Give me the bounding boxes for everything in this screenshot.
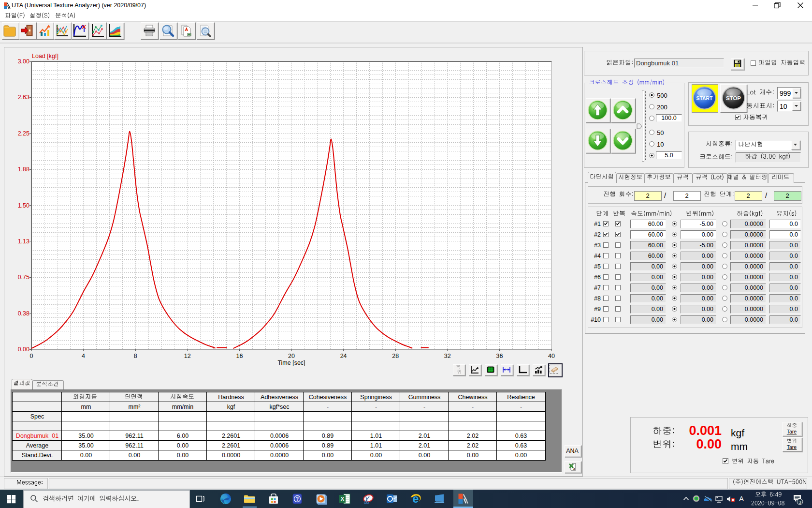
svg-text:0.00: 0.00: [80, 452, 92, 459]
svg-text:-: -: [327, 403, 329, 410]
svg-text:28: 28: [392, 353, 399, 359]
svg-text:mm/min: mm/min: [172, 403, 193, 410]
svg-text:0.63: 0.63: [515, 433, 527, 439]
svg-text:mm: mm: [81, 403, 91, 410]
svg-text:0.0000: 0.0000: [222, 452, 240, 459]
svg-text:0.00: 0.00: [467, 452, 478, 459]
svg-text:STOP: STOP: [726, 95, 741, 101]
svg-text:Springiness: Springiness: [360, 394, 392, 401]
svg-text:1.01: 1.01: [370, 442, 382, 449]
svg-text:1.88: 1.88: [18, 166, 29, 173]
svg-text:16: 16: [236, 353, 243, 359]
svg-text:3: 3: [798, 500, 801, 505]
svg-text:?: ?: [296, 496, 299, 502]
svg-text:0.00: 0.00: [322, 452, 334, 459]
svg-text:1.13: 1.13: [18, 238, 29, 245]
svg-text:-: -: [375, 403, 377, 410]
svg-text:1.01: 1.01: [370, 433, 382, 439]
svg-text:6.00: 6.00: [177, 433, 188, 439]
svg-text:32: 32: [444, 353, 451, 359]
svg-text:12: 12: [184, 353, 191, 359]
svg-text:35.00: 35.00: [78, 442, 93, 449]
svg-text:Hardness: Hardness: [218, 394, 244, 401]
svg-text:0.38: 0.38: [18, 310, 29, 317]
svg-text:0.00: 0.00: [370, 452, 382, 459]
svg-text:20: 20: [288, 353, 295, 359]
svg-text:-: -: [423, 403, 425, 410]
svg-text:2.63: 2.63: [18, 94, 29, 101]
svg-text:Load [kgf]: Load [kgf]: [32, 53, 58, 60]
svg-text:1.50: 1.50: [18, 202, 29, 209]
svg-text:0.0006: 0.0006: [270, 442, 289, 449]
svg-text:2.2601: 2.2601: [222, 433, 240, 439]
svg-text:36: 36: [496, 353, 503, 359]
svg-text:Average: Average: [26, 442, 48, 449]
svg-text:Time [sec]: Time [sec]: [277, 359, 305, 366]
svg-text:35.00: 35.00: [78, 433, 93, 439]
svg-text:X: X: [341, 496, 345, 502]
svg-text:0.89: 0.89: [322, 433, 334, 439]
svg-text:0.0006: 0.0006: [270, 433, 289, 439]
svg-text:0.00: 0.00: [177, 442, 188, 449]
svg-text:-: -: [520, 403, 522, 410]
svg-text:2.25: 2.25: [18, 130, 29, 137]
svg-text:2.2601: 2.2601: [222, 442, 240, 449]
svg-text:0.63: 0.63: [515, 442, 527, 449]
svg-text:40: 40: [548, 353, 555, 359]
svg-text:24: 24: [340, 353, 347, 359]
svg-text:3.00: 3.00: [18, 58, 29, 65]
svg-text:2.02: 2.02: [467, 442, 478, 449]
svg-text:kgf: kgf: [227, 403, 235, 410]
svg-text:4: 4: [82, 353, 85, 359]
svg-text:962.11: 962.11: [125, 442, 143, 449]
svg-text:962.11: 962.11: [125, 433, 143, 439]
svg-text:Dongbumuk_01: Dongbumuk_01: [16, 433, 58, 439]
svg-text:0: 0: [30, 353, 33, 359]
svg-text:0.89: 0.89: [322, 442, 334, 449]
svg-text:Stand.Devi.: Stand.Devi.: [22, 452, 53, 459]
svg-text:0.00: 0.00: [515, 452, 527, 459]
svg-text:0.00: 0.00: [177, 452, 188, 459]
svg-text:2.01: 2.01: [419, 442, 430, 449]
svg-text:0.00: 0.00: [18, 346, 29, 353]
svg-text:2.02: 2.02: [467, 433, 478, 439]
svg-text:Chewiness: Chewiness: [458, 394, 487, 401]
svg-text:Spec: Spec: [30, 413, 44, 420]
svg-text:Resilience: Resilience: [507, 394, 535, 401]
svg-text:START: START: [696, 95, 713, 101]
svg-text:2.01: 2.01: [419, 433, 430, 439]
svg-text:mm²: mm²: [129, 403, 141, 410]
svg-text:a: a: [573, 467, 575, 470]
svg-text:-: -: [472, 403, 474, 410]
svg-text:Adhesiveness: Adhesiveness: [261, 394, 298, 401]
svg-text:0.75: 0.75: [18, 274, 29, 281]
svg-text:0.00: 0.00: [129, 452, 140, 459]
svg-text:Gumminess: Gumminess: [408, 394, 441, 401]
svg-text:0.0000: 0.0000: [270, 452, 289, 459]
svg-text:Cohesiveness: Cohesiveness: [309, 394, 347, 401]
svg-text:0.00: 0.00: [419, 452, 430, 459]
svg-text:8: 8: [134, 353, 137, 359]
svg-text:kgf*sec: kgf*sec: [270, 403, 290, 410]
